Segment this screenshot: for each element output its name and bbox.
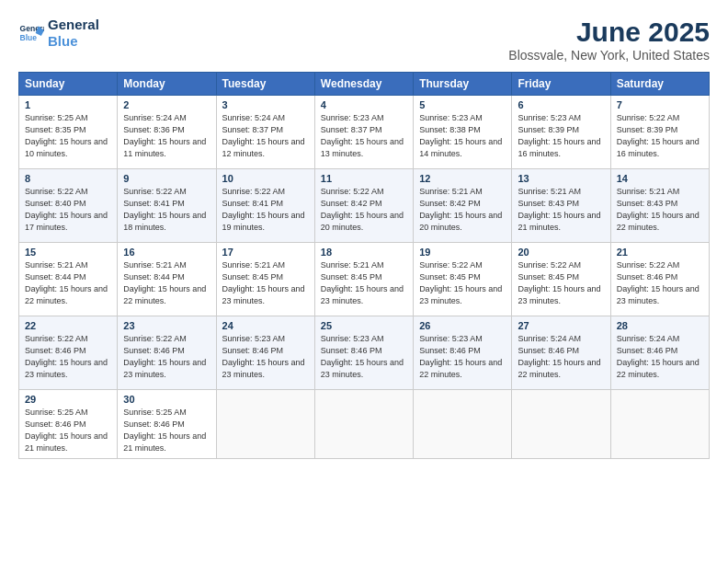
calendar-cell-9: 9 Sunrise: 5:22 AMSunset: 8:41 PMDayligh…: [118, 169, 216, 243]
day-info: Sunrise: 5:21 AMSunset: 8:43 PMDaylight:…: [518, 186, 604, 234]
calendar-cell-20: 20 Sunrise: 5:22 AMSunset: 8:45 PMDaylig…: [512, 243, 610, 316]
day-number: 25: [321, 320, 407, 331]
calendar-cell-empty: [414, 390, 512, 459]
header: General Blue General Blue June 2025 Blos…: [18, 17, 710, 63]
logo: General Blue General Blue: [18, 17, 99, 50]
day-number: 23: [123, 320, 210, 331]
calendar-table: SundayMondayTuesdayWednesdayThursdayFrid…: [18, 72, 710, 459]
day-info: Sunrise: 5:23 AMSunset: 8:38 PMDaylight:…: [419, 112, 506, 160]
calendar-week-2: 8 Sunrise: 5:22 AMSunset: 8:40 PMDayligh…: [19, 169, 710, 243]
logo-icon: General Blue: [18, 20, 44, 46]
calendar-cell-12: 12 Sunrise: 5:21 AMSunset: 8:42 PMDaylig…: [414, 169, 512, 243]
day-info: Sunrise: 5:23 AMSunset: 8:46 PMDaylight:…: [321, 333, 407, 381]
col-header-wednesday: Wednesday: [314, 73, 413, 96]
day-number: 16: [123, 247, 210, 258]
day-info: Sunrise: 5:23 AMSunset: 8:46 PMDaylight:…: [222, 333, 309, 381]
day-info: Sunrise: 5:22 AMSunset: 8:41 PMDaylight:…: [222, 186, 309, 234]
col-header-thursday: Thursday: [414, 73, 512, 96]
calendar-week-1: 1 Sunrise: 5:25 AMSunset: 8:35 PMDayligh…: [19, 96, 710, 169]
calendar-cell-16: 16 Sunrise: 5:21 AMSunset: 8:44 PMDaylig…: [118, 243, 216, 316]
calendar-cell-25: 25 Sunrise: 5:23 AMSunset: 8:46 PMDaylig…: [314, 316, 413, 390]
day-info: Sunrise: 5:23 AMSunset: 8:37 PMDaylight:…: [321, 112, 407, 160]
day-number: 15: [25, 247, 111, 258]
title-block: June 2025 Blossvale, New York, United St…: [508, 17, 710, 63]
day-info: Sunrise: 5:21 AMSunset: 8:43 PMDaylight:…: [617, 186, 703, 234]
calendar-cell-empty: [314, 390, 413, 459]
day-number: 7: [617, 99, 703, 110]
day-number: 24: [222, 320, 309, 331]
day-info: Sunrise: 5:22 AMSunset: 8:46 PMDaylight:…: [617, 259, 703, 307]
logo-text: General Blue: [48, 17, 99, 50]
day-info: Sunrise: 5:22 AMSunset: 8:46 PMDaylight:…: [25, 333, 111, 381]
calendar-cell-empty: [610, 390, 709, 459]
calendar-cell-19: 19 Sunrise: 5:22 AMSunset: 8:45 PMDaylig…: [414, 243, 512, 316]
calendar-cell-14: 14 Sunrise: 5:21 AMSunset: 8:43 PMDaylig…: [610, 169, 709, 243]
day-info: Sunrise: 5:23 AMSunset: 8:39 PMDaylight:…: [518, 112, 604, 160]
day-info: Sunrise: 5:25 AMSunset: 8:35 PMDaylight:…: [25, 112, 111, 160]
calendar-cell-29: 29 Sunrise: 5:25 AMSunset: 8:46 PMDaylig…: [19, 390, 118, 459]
day-info: Sunrise: 5:21 AMSunset: 8:44 PMDaylight:…: [25, 259, 111, 307]
calendar-cell-22: 22 Sunrise: 5:22 AMSunset: 8:46 PMDaylig…: [19, 316, 118, 390]
day-number: 21: [617, 247, 703, 258]
logo-line1: General: [48, 17, 99, 33]
day-info: Sunrise: 5:24 AMSunset: 8:46 PMDaylight:…: [617, 333, 703, 381]
day-number: 2: [123, 99, 210, 110]
day-info: Sunrise: 5:25 AMSunset: 8:46 PMDaylight:…: [25, 407, 111, 454]
calendar-cell-5: 5 Sunrise: 5:23 AMSunset: 8:38 PMDayligh…: [414, 96, 512, 169]
col-header-friday: Friday: [512, 73, 610, 96]
calendar-cell-24: 24 Sunrise: 5:23 AMSunset: 8:46 PMDaylig…: [216, 316, 314, 390]
calendar-cell-3: 3 Sunrise: 5:24 AMSunset: 8:37 PMDayligh…: [216, 96, 314, 169]
logo-line2: Blue: [48, 33, 99, 50]
day-number: 3: [222, 99, 309, 110]
calendar-cell-26: 26 Sunrise: 5:23 AMSunset: 8:46 PMDaylig…: [414, 316, 512, 390]
day-info: Sunrise: 5:25 AMSunset: 8:46 PMDaylight:…: [123, 407, 210, 454]
day-number: 1: [25, 99, 111, 110]
calendar-week-3: 15 Sunrise: 5:21 AMSunset: 8:44 PMDaylig…: [19, 243, 710, 316]
calendar-cell-30: 30 Sunrise: 5:25 AMSunset: 8:46 PMDaylig…: [118, 390, 216, 459]
day-number: 30: [123, 394, 210, 405]
day-info: Sunrise: 5:22 AMSunset: 8:41 PMDaylight:…: [123, 186, 210, 234]
calendar-cell-11: 11 Sunrise: 5:22 AMSunset: 8:42 PMDaylig…: [314, 169, 413, 243]
day-number: 9: [123, 173, 210, 184]
day-info: Sunrise: 5:22 AMSunset: 8:45 PMDaylight:…: [518, 259, 604, 307]
day-info: Sunrise: 5:21 AMSunset: 8:45 PMDaylight:…: [222, 259, 309, 307]
day-number: 29: [25, 394, 111, 405]
day-number: 11: [321, 173, 407, 184]
day-info: Sunrise: 5:24 AMSunset: 8:46 PMDaylight:…: [518, 333, 604, 381]
day-info: Sunrise: 5:23 AMSunset: 8:46 PMDaylight:…: [419, 333, 506, 381]
calendar-cell-18: 18 Sunrise: 5:21 AMSunset: 8:45 PMDaylig…: [314, 243, 413, 316]
day-info: Sunrise: 5:22 AMSunset: 8:46 PMDaylight:…: [123, 333, 210, 381]
day-number: 20: [518, 247, 604, 258]
calendar-cell-21: 21 Sunrise: 5:22 AMSunset: 8:46 PMDaylig…: [610, 243, 709, 316]
day-info: Sunrise: 5:24 AMSunset: 8:36 PMDaylight:…: [123, 112, 210, 160]
day-number: 22: [25, 320, 111, 331]
day-number: 17: [222, 247, 309, 258]
day-number: 13: [518, 173, 604, 184]
calendar-cell-4: 4 Sunrise: 5:23 AMSunset: 8:37 PMDayligh…: [314, 96, 413, 169]
day-number: 26: [419, 320, 506, 331]
day-number: 14: [617, 173, 703, 184]
calendar-cell-8: 8 Sunrise: 5:22 AMSunset: 8:40 PMDayligh…: [19, 169, 118, 243]
calendar-cell-empty: [512, 390, 610, 459]
day-info: Sunrise: 5:21 AMSunset: 8:42 PMDaylight:…: [419, 186, 506, 234]
calendar-cell-1: 1 Sunrise: 5:25 AMSunset: 8:35 PMDayligh…: [19, 96, 118, 169]
col-header-tuesday: Tuesday: [216, 73, 314, 96]
day-info: Sunrise: 5:22 AMSunset: 8:45 PMDaylight:…: [419, 259, 506, 307]
subtitle: Blossvale, New York, United States: [508, 48, 710, 63]
calendar-cell-15: 15 Sunrise: 5:21 AMSunset: 8:44 PMDaylig…: [19, 243, 118, 316]
calendar-cell-2: 2 Sunrise: 5:24 AMSunset: 8:36 PMDayligh…: [118, 96, 216, 169]
calendar-cell-17: 17 Sunrise: 5:21 AMSunset: 8:45 PMDaylig…: [216, 243, 314, 316]
calendar-week-5: 29 Sunrise: 5:25 AMSunset: 8:46 PMDaylig…: [19, 390, 710, 459]
day-info: Sunrise: 5:21 AMSunset: 8:45 PMDaylight:…: [321, 259, 407, 307]
calendar-week-4: 22 Sunrise: 5:22 AMSunset: 8:46 PMDaylig…: [19, 316, 710, 390]
day-info: Sunrise: 5:22 AMSunset: 8:40 PMDaylight:…: [25, 186, 111, 234]
main-title: June 2025: [508, 17, 710, 48]
day-number: 18: [321, 247, 407, 258]
calendar-cell-28: 28 Sunrise: 5:24 AMSunset: 8:46 PMDaylig…: [610, 316, 709, 390]
day-number: 5: [419, 99, 506, 110]
calendar-cell-7: 7 Sunrise: 5:22 AMSunset: 8:39 PMDayligh…: [610, 96, 709, 169]
calendar-cell-13: 13 Sunrise: 5:21 AMSunset: 8:43 PMDaylig…: [512, 169, 610, 243]
day-number: 12: [419, 173, 506, 184]
svg-text:Blue: Blue: [20, 33, 38, 42]
calendar-cell-23: 23 Sunrise: 5:22 AMSunset: 8:46 PMDaylig…: [118, 316, 216, 390]
